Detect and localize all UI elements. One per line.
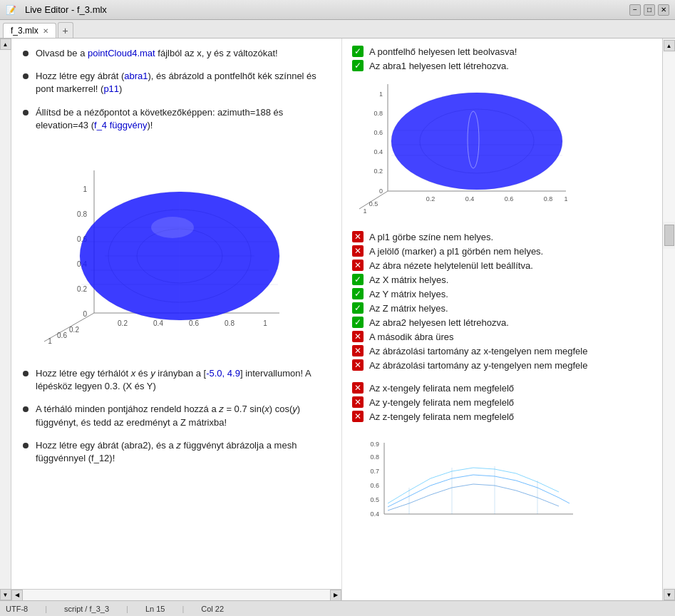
- bullet-marker-6: [23, 443, 29, 448]
- svg-text:0.6: 0.6: [373, 129, 383, 136]
- tab-close-button[interactable]: ✕: [43, 27, 48, 35]
- svg-text:0.8: 0.8: [225, 319, 235, 327]
- plot-2-container: 0 0.2 0.4 0.6 0.8 1 0.2 0.4 0.6 0.8 1 0.…: [352, 77, 652, 220]
- section-gap-2: [352, 425, 652, 433]
- bullet-item-6: Hozz létre egy ábrát (abra2), és a z füg…: [23, 439, 330, 465]
- svg-text:1: 1: [379, 91, 383, 98]
- check-item-c6: Az Z mátrix helyes.: [352, 302, 652, 314]
- check-text-c6: Az Z mátrix helyes.: [369, 303, 448, 314]
- main-area: ▲ ▼ Olvasd be a pointCloud4.mat fájlból …: [0, 38, 675, 600]
- bullet-marker-4: [23, 371, 29, 376]
- svg-text:0.6: 0.6: [505, 195, 514, 202]
- line-number: Ln 15: [145, 605, 165, 613]
- bullet-marker-3: [23, 110, 29, 115]
- svg-text:0.8: 0.8: [544, 195, 553, 202]
- bullet-text-1: Olvasd be a pointCloud4.mat fájlból az x…: [36, 47, 278, 60]
- tab-f3-mlx[interactable]: f_3.mlx ✕: [3, 23, 56, 38]
- check-text-s1: A pontfelhő helyesen lett beolvasva!: [369, 46, 517, 57]
- pass-icon-c5: [352, 288, 364, 299]
- svg-text:0: 0: [379, 188, 383, 195]
- scroll-right-button[interactable]: ▶: [330, 590, 341, 601]
- svg-text:0.2: 0.2: [69, 326, 79, 334]
- close-button[interactable]: ✕: [658, 4, 669, 16]
- new-tab-button[interactable]: +: [58, 22, 73, 38]
- bullet-item-3: Állítsd be a nézőpontot a következőképpe…: [23, 106, 330, 132]
- scroll-up-button[interactable]: ▲: [0, 38, 11, 50]
- check-item-c9: Az ábrázolási tartomány az x-tengelyen n…: [352, 345, 652, 356]
- check-item-c3: Az ábra nézete helytelenül lett beállítv…: [352, 260, 652, 271]
- script-path: script / f_3_3: [64, 605, 109, 613]
- svg-text:0: 0: [83, 310, 87, 318]
- check-text-c7: Az abra2 helyesen lett létrehozva.: [369, 317, 509, 328]
- bullet-text-6: Hozz létre egy ábrát (abra2), és a z füg…: [36, 439, 330, 465]
- title-bar: 📝 Live Editor - f_3.mlx − □ ✕: [0, 0, 675, 20]
- tab-bar: f_3.mlx ✕ +: [0, 20, 675, 38]
- svg-rect-56: [352, 439, 587, 532]
- instruction-list-1: Olvasd be a pointCloud4.mat fájlból az x…: [23, 47, 330, 132]
- minimize-button[interactable]: −: [629, 4, 641, 16]
- check-item-c8: A második ábra üres: [352, 331, 652, 342]
- bullet-marker-1: [23, 51, 29, 56]
- section-gap: [352, 374, 652, 382]
- bullet-item-1: Olvasd be a pointCloud4.mat fájlból az x…: [23, 47, 330, 60]
- check-item-s2: Az abra1 helyesen lett létrehozva.: [352, 60, 652, 71]
- svg-text:0.8: 0.8: [373, 110, 383, 117]
- check-item-c4: Az X mátrix helyes.: [352, 274, 652, 285]
- bullet-text-2: Hozz létre egy ábrát (abra1), és ábrázol…: [36, 70, 330, 96]
- svg-text:0.6: 0.6: [57, 332, 67, 339]
- scroll-left-button[interactable]: ◀: [11, 590, 23, 601]
- left-content: Olvasd be a pointCloud4.mat fájlból az x…: [11, 38, 341, 589]
- pass-icon-s2: [352, 60, 364, 71]
- svg-text:0.4: 0.4: [465, 195, 475, 202]
- svg-text:0.2: 0.2: [373, 168, 383, 175]
- svg-text:0.6: 0.6: [370, 482, 379, 489]
- check-text-c9: Az ábrázolási tartomány az x-tengelyen n…: [369, 346, 587, 356]
- window-title: Live Editor - f_3.mlx: [25, 4, 107, 15]
- svg-text:0.5: 0.5: [370, 496, 379, 503]
- check-item-c1: A pl1 görbe színe nem helyes.: [352, 231, 652, 242]
- fail-icon-c2: [352, 245, 364, 257]
- plot-3-container: 0.4 0.5 0.6 0.7 0.8 0.9: [352, 439, 652, 532]
- bullet-item-5: A térháló minden pontjához rendeld hozzá…: [23, 403, 330, 428]
- fail-icon-a2: [352, 396, 364, 408]
- svg-text:1: 1: [48, 337, 52, 345]
- horizontal-scrollbar[interactable]: ◀ ▶: [11, 589, 341, 600]
- right-content: A pontfelhő helyesen lett beolvasva! Az …: [342, 38, 662, 600]
- svg-text:0.4: 0.4: [153, 319, 163, 327]
- instruction-list-2: Hozz létre egy térhálót x és y irányban …: [23, 367, 330, 465]
- svg-text:1: 1: [83, 185, 87, 193]
- check-item-c5: Az Y mátrix helyes.: [352, 288, 652, 299]
- axis-items-list: Az x-tengely felirata nem megfelelő Az y…: [352, 382, 652, 422]
- svg-text:0.9: 0.9: [370, 441, 379, 448]
- right-scroll-down[interactable]: ▼: [664, 589, 675, 600]
- check-text-c4: Az X mátrix helyes.: [369, 274, 448, 285]
- check-item-c2: A jelölő (marker) a pl1 görbén nem helye…: [352, 245, 652, 257]
- fail-icon-c10: [352, 359, 364, 371]
- check-items-list: A pl1 görbe színe nem helyes. A jelölő (…: [352, 231, 652, 371]
- fail-icon-c8: [352, 331, 364, 342]
- check-item-s1: A pontfelhő helyesen lett beolvasva!: [352, 46, 652, 57]
- bullet-marker-2: [23, 73, 29, 79]
- check-text-c8: A második ábra üres: [369, 332, 454, 342]
- encoding-label: UTF-8: [6, 605, 28, 613]
- check-item-a1: Az x-tengely felirata nem megfelelő: [352, 382, 652, 394]
- scroll-down-button[interactable]: ▼: [0, 589, 11, 600]
- scroll-track: [23, 590, 330, 600]
- right-scroll-up[interactable]: ▲: [664, 40, 675, 51]
- plot-3-svg: 0.4 0.5 0.6 0.7 0.8 0.9: [352, 439, 587, 532]
- maximize-button[interactable]: □: [644, 4, 655, 16]
- svg-text:0.4: 0.4: [373, 148, 383, 155]
- fail-icon-c1: [352, 231, 364, 242]
- window-controls[interactable]: − □ ✕: [629, 4, 669, 16]
- check-item-a2: Az y-tengely felirata nem megfelelő: [352, 396, 652, 408]
- check-item-c7: Az abra2 helyesen lett létrehozva.: [352, 317, 652, 328]
- check-text-a2: Az y-tengely felirata nem megfelelő: [369, 397, 514, 408]
- left-editor-pane: Olvasd be a pointCloud4.mat fájlból az x…: [11, 38, 341, 600]
- pass-icon-c4: [352, 274, 364, 285]
- check-text-a1: Az x-tengely felirata nem megfelelő: [369, 383, 514, 394]
- svg-point-30: [151, 217, 194, 238]
- svg-text:0.6: 0.6: [189, 319, 199, 327]
- check-text-c1: A pl1 görbe színe nem helyes.: [369, 232, 493, 242]
- svg-text:1: 1: [263, 319, 267, 327]
- left-scrollbar[interactable]: ▲ ▼: [0, 38, 11, 600]
